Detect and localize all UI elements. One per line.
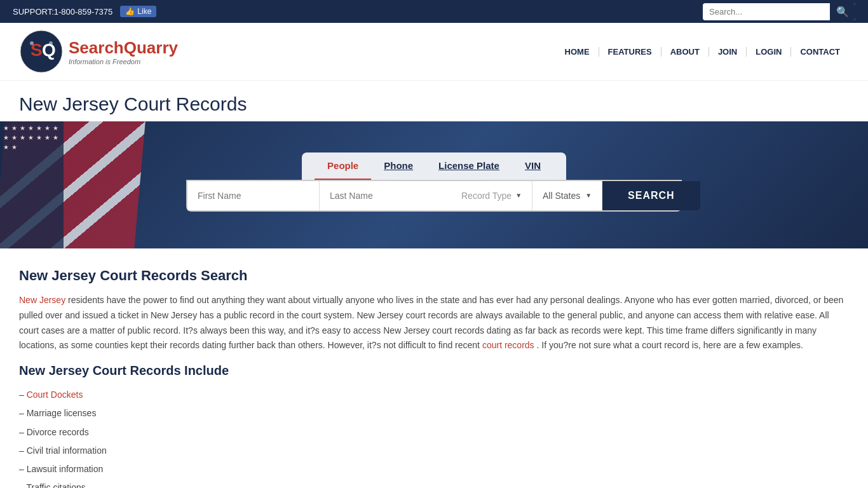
record-type-label: Record Type [461, 191, 512, 201]
records-list: – Court Dockets – Marriage licenses – Di… [19, 386, 849, 488]
court-records-link[interactable]: court records [482, 340, 534, 350]
tab-phone[interactable]: Phone [371, 152, 426, 180]
star-11: ★ [28, 134, 34, 141]
header: S Q SearchQuarry Information is Freedom … [0, 23, 868, 81]
logo-name: SearchQuarry [69, 38, 178, 58]
top-search-button[interactable]: 🔍 [830, 3, 855, 20]
list-item: – Civil trial information [19, 442, 849, 460]
logo-name-blue: Quarry [124, 38, 178, 57]
star-10: ★ [20, 134, 25, 141]
nj-link[interactable]: New Jersey [19, 295, 65, 305]
top-search-input[interactable] [703, 4, 830, 19]
main-nav: HOME FEATURES ABOUT JOIN LOGIN CONTACT [556, 47, 849, 57]
first-name-input[interactable] [187, 181, 320, 210]
star-2: ★ [11, 125, 17, 132]
star-9: ★ [11, 134, 17, 141]
nav-home[interactable]: HOME [556, 47, 599, 57]
star-1: ★ [3, 125, 9, 132]
list-item: – Court Dockets [19, 386, 849, 404]
nav-features[interactable]: FEATURES [599, 47, 661, 57]
star-8: ★ [3, 134, 9, 141]
record-text: Divorce records [27, 427, 89, 437]
stars-decoration: ★ ★ ★ ★ ★ ★ ★ ★ ★ ★ ★ ★ ★ ★ ★ ★ [0, 121, 64, 248]
star-5: ★ [36, 125, 42, 132]
record-type-dropdown[interactable]: Record Type ▼ [451, 181, 532, 210]
svg-point-4 [49, 41, 53, 45]
top-search-form: 🔍 [703, 3, 855, 20]
fb-thumb-icon: 👍 [125, 7, 135, 16]
record-type-arrow: ▼ [515, 192, 522, 199]
tab-people[interactable]: People [315, 152, 371, 180]
search-container: People Phone License Plate VIN Record Ty… [186, 152, 682, 212]
fb-like-button[interactable]: 👍 Like [120, 6, 156, 17]
search-tabs: People Phone License Plate VIN [302, 152, 566, 180]
list-item: – Lawsuit information [19, 460, 849, 478]
logo-text: SearchQuarry Information is Freedom [69, 38, 178, 65]
fb-like-label: Like [137, 7, 151, 16]
nav-join[interactable]: JOIN [709, 47, 747, 57]
nav-contact[interactable]: CONTACT [791, 47, 849, 57]
content-heading: New Jersey Court Records Search [19, 268, 849, 284]
list-item: – Traffic citations [19, 478, 849, 488]
tab-license-plate[interactable]: License Plate [426, 152, 512, 180]
star-6: ★ [44, 125, 50, 132]
list-item: – Divorce records [19, 423, 849, 442]
nav-about[interactable]: ABOUT [661, 47, 709, 57]
nav-login[interactable]: LOGIN [747, 47, 791, 57]
star-3: ★ [20, 125, 25, 132]
include-heading: New Jersey Court Records Include [19, 363, 849, 378]
star-16: ★ [11, 144, 17, 151]
top-bar-left: SUPPORT:1-800-859-7375 👍 Like [13, 6, 156, 17]
record-text: Traffic citations [26, 482, 85, 488]
top-bar: SUPPORT:1-800-859-7375 👍 Like 🔍 [0, 0, 868, 23]
all-states-dropdown[interactable]: All States ▼ [532, 181, 602, 210]
star-7: ★ [53, 125, 58, 132]
logo-icon: S Q [19, 29, 64, 74]
paragraph-end: . If you?re not sure what a court record… [537, 340, 803, 350]
content-paragraph: New Jersey residents have the power to f… [19, 293, 849, 353]
all-states-arrow: ▼ [585, 192, 592, 199]
page-title-section: New Jersey Court Records [0, 81, 868, 121]
logo: S Q SearchQuarry Information is Freedom [19, 29, 178, 74]
star-13: ★ [44, 134, 50, 141]
record-text: Marriage licenses [27, 408, 97, 418]
star-4: ★ [28, 125, 34, 132]
record-text: Lawsuit information [27, 464, 104, 474]
logo-name-red: Search [69, 38, 124, 57]
search-button[interactable]: SEARCH [602, 181, 700, 210]
list-item: – Marriage licenses [19, 404, 849, 423]
star-14: ★ [53, 134, 58, 141]
page-title: New Jersey Court Records [19, 93, 849, 115]
main-content: New Jersey Court Records Search New Jers… [0, 248, 868, 488]
star-15: ★ [3, 144, 9, 151]
star-12: ★ [36, 134, 42, 141]
svg-point-3 [30, 41, 34, 45]
hero-banner: ★ ★ ★ ★ ★ ★ ★ ★ ★ ★ ★ ★ ★ ★ ★ ★ People P… [0, 121, 868, 248]
record-text: Civil trial information [27, 445, 107, 456]
svg-text:Q: Q [42, 40, 56, 60]
search-form: Record Type ▼ All States ▼ SEARCH [186, 180, 682, 212]
all-states-label: All States [543, 191, 580, 201]
support-text: SUPPORT:1-800-859-7375 [13, 7, 112, 17]
last-name-input[interactable] [320, 181, 451, 210]
tab-vin[interactable]: VIN [512, 152, 553, 180]
logo-tagline: Information is Freedom [69, 58, 178, 65]
court-dockets-link[interactable]: Court Dockets [27, 390, 83, 400]
